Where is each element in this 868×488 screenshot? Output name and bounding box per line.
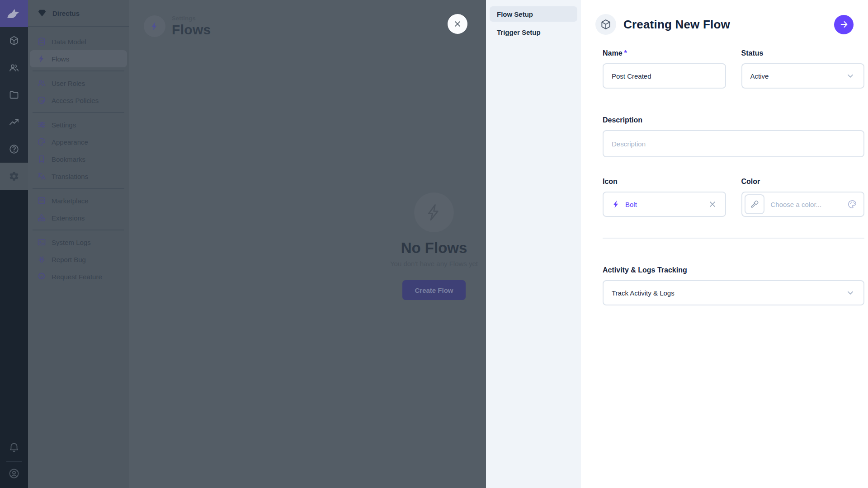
color-input[interactable]: Choose a color... (741, 192, 865, 217)
module-insights-icon[interactable] (0, 108, 28, 136)
directus-app: Directus Data Model Flows User Roles Acc… (0, 0, 868, 488)
settings-nav-sidebar: Directus Data Model Flows User Roles Acc… (28, 0, 129, 488)
description-label: Description (603, 116, 864, 125)
description-input[interactable]: Description (603, 130, 864, 157)
status-select[interactable]: Active (741, 63, 865, 89)
notifications-bell-icon[interactable] (0, 436, 28, 459)
close-drawer-button[interactable] (448, 14, 467, 34)
module-content-box-icon[interactable] (0, 27, 28, 54)
nav-item-bookmarks[interactable]: Bookmarks (28, 150, 129, 168)
people-icon (37, 79, 46, 88)
project-name: Directus (52, 9, 80, 17)
project-header[interactable]: Directus (28, 0, 129, 27)
drawer-nav-flow-setup[interactable]: Flow Setup (490, 6, 577, 22)
nav-item-request-feature[interactable]: Request Feature (28, 268, 129, 285)
module-settings-gear-icon[interactable] (0, 163, 28, 190)
nav-item-extensions[interactable]: Extensions (28, 209, 129, 226)
tune-icon (37, 120, 46, 129)
arrow-right-icon (839, 19, 849, 29)
flows-page: Settings Flows No Flows You don't have a… (129, 0, 486, 488)
nav-item-report-bug[interactable]: Report Bug (28, 251, 129, 268)
nav-item-access-policies[interactable]: Access Policies (28, 92, 129, 109)
create-flow-button[interactable]: Create Flow (402, 280, 466, 300)
eyedropper-button[interactable] (745, 194, 764, 214)
breadcrumb[interactable]: Settings (172, 15, 211, 22)
palette-icon (37, 137, 46, 146)
icon-select[interactable]: Bolt (603, 192, 726, 217)
nav-item-marketplace[interactable]: Marketplace (28, 192, 129, 209)
terminal-icon (37, 238, 46, 247)
nav-divider (33, 70, 124, 71)
page-title: Flows (172, 22, 211, 38)
nav-item-appearance[interactable]: Appearance (28, 133, 129, 150)
bolt-icon (37, 54, 46, 63)
page-bolt-icon-badge[interactable] (144, 15, 165, 37)
color-label: Color (741, 177, 865, 186)
tracking-select[interactable]: Track Activity & Logs (603, 280, 864, 305)
creating-new-flow-drawer: Creating New Flow Name* Post Created Sta… (581, 0, 868, 488)
nav-item-translations[interactable]: Translations (28, 168, 129, 185)
name-input[interactable]: Post Created (603, 63, 726, 89)
chevron-down-icon (845, 71, 855, 81)
nav-divider (33, 112, 124, 113)
eyedropper-icon (750, 200, 759, 209)
chevron-down-icon (845, 288, 855, 298)
bug-icon (37, 255, 46, 264)
nav-divider (33, 230, 124, 230)
module-users-people-icon[interactable] (0, 54, 28, 81)
feature-badge-icon (37, 272, 46, 281)
nav-item-settings[interactable]: Settings (28, 116, 129, 133)
form-divider (603, 238, 864, 239)
module-files-folder-icon[interactable] (0, 81, 28, 108)
project-gem-icon (37, 8, 47, 18)
bookmark-icon (37, 155, 46, 164)
empty-state-bolt-icon (414, 192, 454, 232)
close-icon (453, 19, 462, 28)
nav-divider (33, 188, 124, 189)
module-docs-help-icon[interactable] (0, 136, 28, 163)
bolt-icon (612, 200, 621, 209)
drawer-header: Creating New Flow (581, 0, 868, 49)
drawer-nav-trigger-setup[interactable]: Trigger Setup (490, 24, 577, 40)
page-header: Settings Flows (144, 15, 211, 38)
bolt-icon (150, 21, 160, 31)
shield-icon (37, 96, 46, 105)
drawer-section-nav: Flow Setup Trigger Setup (486, 0, 581, 488)
directus-rabbit-logo[interactable] (0, 0, 28, 27)
name-label: Name* (603, 49, 726, 58)
user-avatar-icon[interactable] (0, 462, 28, 485)
nav-item-system-logs[interactable]: System Logs (28, 234, 129, 251)
icon-label: Icon (603, 177, 726, 186)
required-asterisk: * (624, 49, 627, 57)
next-submit-button[interactable] (834, 15, 854, 34)
clear-icon-x[interactable] (708, 200, 717, 209)
category-icon (37, 213, 46, 222)
nav-items: Data Model Flows User Roles Access Polic… (28, 27, 129, 285)
nav-item-user-roles[interactable]: User Roles (28, 75, 129, 92)
module-bar (0, 0, 28, 488)
box-icon (600, 19, 612, 30)
flow-setup-form: Name* Post Created Status Active Descrip… (581, 49, 868, 305)
flow-cube-icon-badge (595, 14, 616, 35)
drawer-title: Creating New Flow (623, 18, 834, 32)
tracking-label: Activity & Logs Tracking (603, 266, 864, 275)
nav-item-flows[interactable]: Flows (30, 50, 127, 67)
translate-icon (37, 172, 46, 181)
status-label: Status (741, 49, 865, 58)
database-icon (37, 37, 46, 46)
storefront-icon (37, 196, 46, 205)
palette-icon[interactable] (847, 199, 857, 209)
nav-item-data-model[interactable]: Data Model (28, 33, 129, 50)
